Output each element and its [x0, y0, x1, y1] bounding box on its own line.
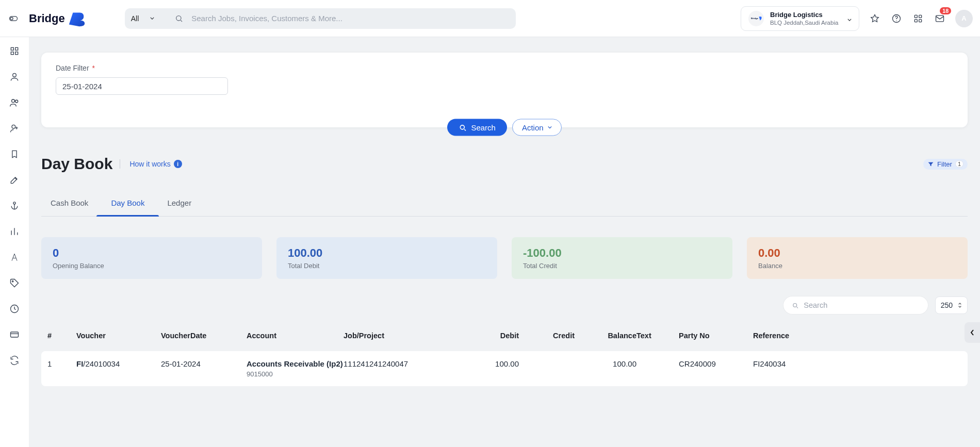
dashboard-icon[interactable] [9, 45, 20, 57]
card-total-credit: -100.00Total Credit [512, 237, 732, 279]
info-icon: i [174, 160, 182, 168]
customer-icon[interactable] [9, 71, 20, 82]
search-button[interactable]: Search [447, 119, 507, 136]
date-filter-label: Date Filter * [56, 64, 953, 72]
brand-logo[interactable]: Bridge [29, 10, 87, 27]
tab-day-book[interactable]: Day Book [111, 198, 144, 216]
card-icon[interactable] [9, 329, 20, 340]
search-category-label: All [131, 14, 139, 23]
left-nav [0, 37, 29, 447]
org-location: BLQ Jeddah,Saudi Arabia [770, 20, 838, 26]
notifications-count: 18 [940, 7, 951, 14]
main-scroll[interactable]: Date Filter * Search Action Day Book [29, 37, 980, 447]
brand-logo-mark-icon [67, 10, 87, 27]
svg-rect-11 [11, 47, 13, 50]
date-filter-input[interactable] [56, 77, 228, 95]
svg-point-1 [10, 17, 13, 20]
svg-text:Bridge: Bridge [751, 17, 758, 20]
filter-panel: Date Filter * Search Action [41, 53, 968, 127]
table-header: # Voucher VoucherDate Account Job/Projec… [41, 323, 968, 348]
panel-collapse-toggle[interactable] [965, 322, 980, 343]
svg-rect-10 [936, 15, 944, 22]
bookmark-icon[interactable] [9, 148, 20, 160]
brand-logo-text: Bridge [29, 12, 65, 25]
table-search [783, 296, 928, 314]
search-icon [175, 14, 183, 23]
svg-point-17 [15, 100, 18, 103]
tag-icon[interactable] [9, 277, 20, 289]
user-avatar[interactable]: A [955, 10, 973, 27]
history-icon[interactable] [9, 303, 20, 314]
app-header: Bridge All [0, 0, 980, 37]
filter-count: 1 [955, 160, 963, 168]
org-avatar: Bridge [748, 11, 764, 26]
density-toggle-icon[interactable] [7, 12, 20, 25]
sort-icon [958, 303, 962, 308]
edit-icon[interactable] [9, 174, 20, 186]
svg-point-20 [12, 281, 13, 282]
global-search: All [125, 8, 516, 29]
help-icon[interactable] [890, 12, 903, 25]
global-search-input[interactable] [190, 13, 509, 23]
svg-point-19 [13, 202, 15, 204]
caret-down-icon [847, 14, 852, 23]
page-size-select[interactable]: 250 [935, 296, 968, 314]
org-switcher[interactable]: Bridge Bridge Logistics BLQ Jeddah,Saudi… [741, 6, 859, 31]
anchor-icon[interactable] [9, 200, 20, 211]
summary-cards: 0Opening Balance 100.00Total Debit -100.… [41, 237, 968, 279]
svg-rect-14 [15, 52, 18, 55]
search-icon [792, 302, 799, 309]
user-avatar-letter: A [961, 14, 966, 22]
daybook-table: # Voucher VoucherDate Account Job/Projec… [41, 323, 968, 386]
svg-point-16 [12, 100, 15, 103]
svg-point-24 [793, 303, 796, 307]
svg-rect-9 [919, 19, 922, 22]
favorites-icon[interactable] [869, 12, 881, 25]
svg-point-2 [176, 15, 181, 20]
tab-cash-book[interactable]: Cash Book [51, 198, 88, 216]
tab-ledger[interactable]: Ledger [167, 198, 191, 216]
svg-rect-22 [11, 332, 19, 337]
active-filter-pill[interactable]: Filter 1 [923, 159, 968, 170]
font-icon[interactable] [9, 252, 20, 263]
page-title: Day Book [41, 155, 112, 173]
svg-rect-7 [919, 15, 922, 18]
reports-icon[interactable] [9, 226, 20, 237]
svg-point-18 [12, 125, 15, 128]
how-it-works-link[interactable]: How it works i [120, 159, 182, 169]
card-total-debit: 100.00Total Debit [276, 237, 497, 279]
apps-icon[interactable] [912, 12, 924, 25]
svg-rect-13 [11, 52, 13, 55]
svg-rect-12 [15, 47, 18, 50]
svg-rect-8 [914, 19, 917, 22]
card-balance: 0.00Balance [747, 237, 968, 279]
table-row[interactable]: 1 FI/24010034 25-01-2024 Accounts Receiv… [41, 351, 968, 386]
inbox-icon[interactable]: 18 [934, 12, 946, 25]
svg-rect-6 [914, 15, 917, 18]
table-search-input[interactable] [803, 301, 919, 310]
caret-down-icon [150, 17, 154, 20]
org-name: Bridge Logistics [770, 11, 838, 19]
users-icon[interactable] [9, 97, 20, 108]
search-category-select[interactable]: All [131, 14, 163, 23]
main-content: Date Filter * Search Action Day Book [29, 53, 980, 407]
svg-point-23 [461, 125, 465, 129]
add-user-icon[interactable] [9, 123, 20, 134]
svg-point-5 [896, 20, 896, 21]
action-dropdown-button[interactable]: Action [512, 119, 562, 136]
svg-point-15 [13, 73, 17, 77]
sync-icon[interactable] [9, 355, 20, 366]
card-opening-balance: 0Opening Balance [41, 237, 262, 279]
report-tabs: Cash Book Day Book Ledger [41, 198, 968, 217]
